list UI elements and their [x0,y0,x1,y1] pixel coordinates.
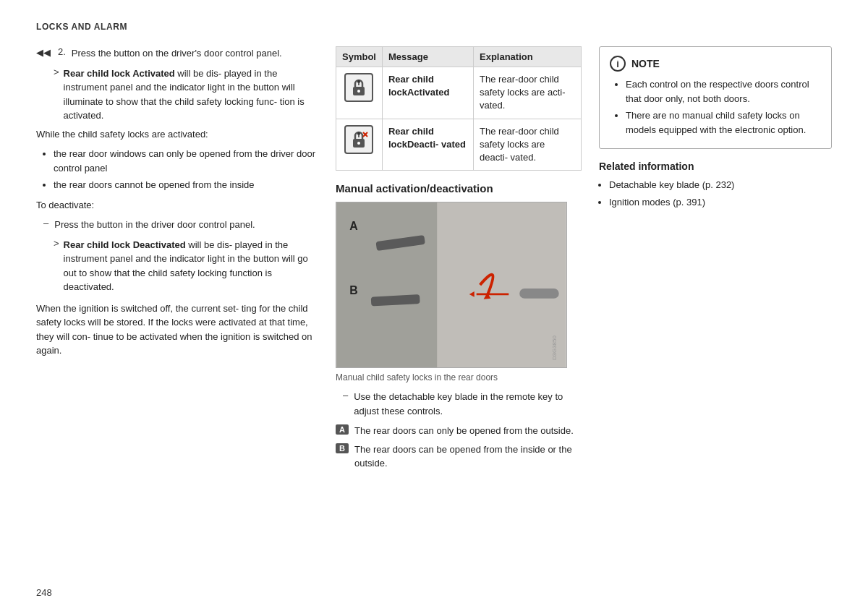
related-title: Related information [599,161,832,172]
page-number: 248 [36,587,52,598]
labeled-list: A The rear doors can only be opened from… [336,424,582,471]
table-cell-explanation-1: The rear-door child safety locks are act… [473,67,581,119]
table-cell-message-2: Rear child lockDeacti- vated [382,119,473,171]
related-section: Related information Detachable key blade… [599,161,832,209]
svg-rect-17 [519,289,559,299]
col-symbol: Symbol [336,47,383,67]
table-row: Rear child lockDeacti- vated The rear-do… [336,119,582,171]
table-cell-explanation-2: The rear-door child safety locks are dea… [473,119,581,171]
table-header-row: Symbol Message Explanation [336,47,582,67]
svg-text:A: A [349,220,358,232]
note-bullet-1: Each control on the respective doors con… [626,77,821,106]
note-icon: i [610,56,626,72]
while-bullet-1: the rear door windows can only be opened… [54,147,318,175]
note-header: i NOTE [610,56,821,72]
table-cell-symbol-2 [336,119,383,171]
svg-text:D3G3850: D3G3850 [551,336,558,361]
while-active-text: While the child safety locks are activat… [36,127,318,142]
svg-point-5 [357,142,360,145]
activated-text: Rear child lock Activated will be dis- p… [64,67,318,123]
dash-item-1: – Press the button in the driver door co… [43,218,318,232]
left-column: ◀◀ 2. Press the button on the driver's d… [36,46,318,364]
manual-dash-item: – Use the detachable key blade in the re… [343,390,582,418]
lock-icon-2 [344,125,373,154]
item-a-text: The rear doors can only be opened from t… [354,424,574,438]
child-lock-icon-svg [349,77,369,98]
content-row: ◀◀ 2. Press the button on the driver's d… [36,46,832,477]
col-explanation: Explanation [473,47,581,67]
step-2-text: Press the button on the driver's door co… [72,46,282,61]
deactivated-arrow-item: > Rear child lock Deactivated will be di… [54,238,318,294]
to-deactivate-text: To deactivate: [36,198,318,213]
step-2-num: 2. [58,46,66,61]
note-box: i NOTE Each control on the respective do… [599,46,832,149]
labeled-item-b: B The rear doors can be opened from the … [336,443,582,471]
deactivated-arrow-sym: > [54,238,59,294]
back-arrow-icon: ◀◀ [36,47,51,61]
related-item-2[interactable]: Ignition modes (p. 391) [609,195,832,210]
related-item-1[interactable]: Detachable key blade (p. 232) [609,178,832,192]
while-bullet-2: the rear doors cannot be opened from the… [54,178,318,192]
manual-image: A B [336,202,567,368]
door-illustration-svg: A B D3G3850 [336,202,566,367]
note-title: NOTE [631,58,660,69]
manual-img-caption: Manual child safety locks in the rear do… [336,372,582,383]
message-1-bold: Rear child lockActivated [388,74,450,98]
dash-sym-1: – [43,218,48,232]
table-cell-symbol-1 [336,67,383,119]
info-table: Symbol Message Explanation [336,46,582,171]
related-bullets: Detachable key blade (p. 232) Ignition m… [599,178,832,209]
lock-icon-1 [344,73,373,102]
step-2-row: ◀◀ 2. Press the button on the driver's d… [36,46,318,61]
while-active-list: the rear door windows can only be opened… [46,147,318,192]
page-title: LOCKS AND ALARM [36,22,127,32]
deactivated-block: > Rear child lock Deactivated will be di… [54,238,318,294]
door-background: A B [336,202,566,367]
badge-a: A [336,424,349,435]
manual-dash-list: – Use the detachable key blade in the re… [343,390,582,418]
dash-text-1: Press the button in the driver door cont… [54,218,255,232]
ignition-text: When the ignition is switched off, the c… [36,302,318,358]
badge-b: B [336,443,349,453]
svg-point-2 [357,80,360,83]
middle-column: Symbol Message Explanation [336,46,582,477]
col-message: Message [382,47,473,67]
activated-arrow-item: > Rear child lock Activated will be dis-… [54,67,318,123]
svg-point-1 [357,90,360,93]
manual-dash-sym: – [343,390,348,418]
note-bullet-2: There are no manual child safety locks o… [626,108,821,137]
svg-text:B: B [349,284,357,296]
page-header: LOCKS AND ALARM [36,22,832,32]
labeled-item-a: A The rear doors can only be opened from… [336,424,582,438]
manual-dash-text: Use the detachable key blade in the remo… [354,390,582,418]
item-b-text: The rear doors can be opened from the in… [354,443,582,471]
activated-block: > Rear child lock Activated will be dis-… [54,67,318,123]
page: LOCKS AND ALARM ◀◀ 2. Press the button o… [0,0,868,611]
note-bullets: Each control on the respective doors con… [616,77,821,137]
related-item-1-text: Detachable key blade (p. 232) [609,179,734,190]
activated-arrow-sym: > [54,67,59,123]
activated-bold: Rear child lock Activated [64,68,175,79]
dash-list: – Press the button in the driver door co… [43,218,318,232]
svg-point-6 [357,132,360,135]
deactivated-text: Rear child lock Deactivated will be dis-… [64,238,318,294]
table-cell-message-1: Rear child lockActivated [382,67,473,119]
table-row: Rear child lockActivated The rear-door c… [336,67,582,119]
deactivated-bold: Rear child lock Deactivated [64,239,186,250]
manual-section-title: Manual activation/deactivation [336,182,582,195]
message-2-bold: Rear child lockDeacti- vated [388,126,466,150]
child-lock-deact-icon-svg [349,129,369,150]
right-column: i NOTE Each control on the respective do… [599,46,832,212]
related-item-2-text: Ignition modes (p. 391) [609,197,705,208]
